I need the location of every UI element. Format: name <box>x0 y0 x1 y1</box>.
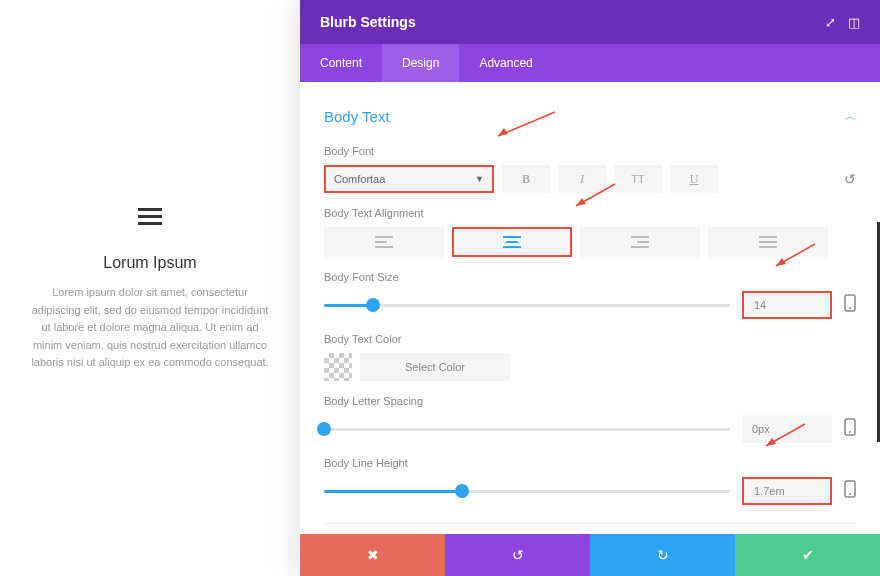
font-size-slider[interactable] <box>324 304 730 307</box>
line-height-slider[interactable] <box>324 490 730 493</box>
letter-spacing-slider[interactable] <box>324 428 730 431</box>
font-select[interactable]: Comfortaa ▼ <box>324 165 494 193</box>
slider-thumb[interactable] <box>317 422 331 436</box>
font-select-value: Comfortaa <box>334 173 385 185</box>
letter-spacing-input[interactable]: 0px <box>742 415 832 443</box>
save-button[interactable]: ✔ <box>735 534 880 576</box>
header-actions: ⤢ ◫ <box>825 15 860 30</box>
dropdown-arrow-icon: ▼ <box>475 174 484 184</box>
field-letter-spacing: Body Letter Spacing 0px <box>324 395 856 443</box>
underline-button[interactable]: U <box>670 165 718 193</box>
body-font-size-label: Body Font Size <box>324 271 856 283</box>
svg-point-19 <box>849 307 851 309</box>
columns-icon[interactable]: ◫ <box>848 15 860 30</box>
select-color-button[interactable]: Select Color <box>360 353 510 381</box>
cancel-button[interactable]: ✖ <box>300 534 445 576</box>
preview-title: Lorum Ipsum <box>103 254 196 272</box>
settings-panel: Blurb Settings ⤢ ◫ Content Design Advanc… <box>300 0 880 576</box>
device-icon[interactable] <box>844 418 856 440</box>
field-body-font: Body Font Comfortaa ▼ B I TT U ↺ <box>324 145 856 193</box>
svg-marker-17 <box>776 258 786 266</box>
svg-marker-3 <box>576 198 586 206</box>
preview-body: Lorem ipsum dolor sit amet, consectetur … <box>30 284 270 372</box>
body-text-color-label: Body Text Color <box>324 333 856 345</box>
slider-thumb[interactable] <box>455 484 469 498</box>
panel-title: Blurb Settings <box>320 14 416 30</box>
section-body-text[interactable]: Body Text ︿ <box>324 102 856 131</box>
body-font-label: Body Font <box>324 145 856 157</box>
field-body-text-color: Body Text Color Select Color <box>324 333 856 381</box>
expand-icon[interactable]: ⤢ <box>825 15 836 30</box>
align-center-button[interactable] <box>452 227 572 257</box>
redo-button[interactable]: ↻ <box>590 534 735 576</box>
undo-button[interactable]: ↺ <box>445 534 590 576</box>
italic-button[interactable]: I <box>558 165 606 193</box>
uppercase-button[interactable]: TT <box>614 165 662 193</box>
field-body-alignment: Body Text Alignment <box>324 207 856 257</box>
letter-spacing-label: Body Letter Spacing <box>324 395 856 407</box>
device-icon[interactable] <box>844 294 856 316</box>
divider <box>324 523 856 524</box>
field-line-height: Body Line Height 1.7em <box>324 457 856 505</box>
panel-header: Blurb Settings ⤢ ◫ <box>300 0 880 44</box>
tab-advanced[interactable]: Advanced <box>459 44 552 82</box>
section-title: Body Text <box>324 108 390 125</box>
body-alignment-label: Body Text Alignment <box>324 207 856 219</box>
footer-actions: ✖ ↺ ↻ ✔ <box>300 534 880 576</box>
field-body-font-size: Body Font Size 14 <box>324 271 856 319</box>
align-right-button[interactable] <box>580 227 700 257</box>
bold-button[interactable]: B <box>502 165 550 193</box>
align-justify-button[interactable] <box>708 227 828 257</box>
line-height-label: Body Line Height <box>324 457 856 469</box>
font-size-input[interactable]: 14 <box>742 291 832 319</box>
preview-pane: Lorum Ipsum Lorem ipsum dolor sit amet, … <box>0 0 300 576</box>
align-left-button[interactable] <box>324 227 444 257</box>
line-height-input[interactable]: 1.7em <box>742 477 832 505</box>
tabs: Content Design Advanced <box>300 44 880 82</box>
tab-design[interactable]: Design <box>382 44 459 82</box>
panel-body: Body Text ︿ Body Font Comfortaa ▼ B I TT… <box>300 82 880 534</box>
tab-content[interactable]: Content <box>300 44 382 82</box>
chevron-up-icon: ︿ <box>845 109 856 124</box>
device-icon[interactable] <box>844 480 856 502</box>
hamburger-icon <box>138 204 162 229</box>
svg-point-25 <box>849 493 851 495</box>
color-swatch[interactable] <box>324 353 352 381</box>
svg-point-21 <box>849 431 851 433</box>
reset-font-icon[interactable]: ↺ <box>844 171 856 187</box>
slider-thumb[interactable] <box>366 298 380 312</box>
